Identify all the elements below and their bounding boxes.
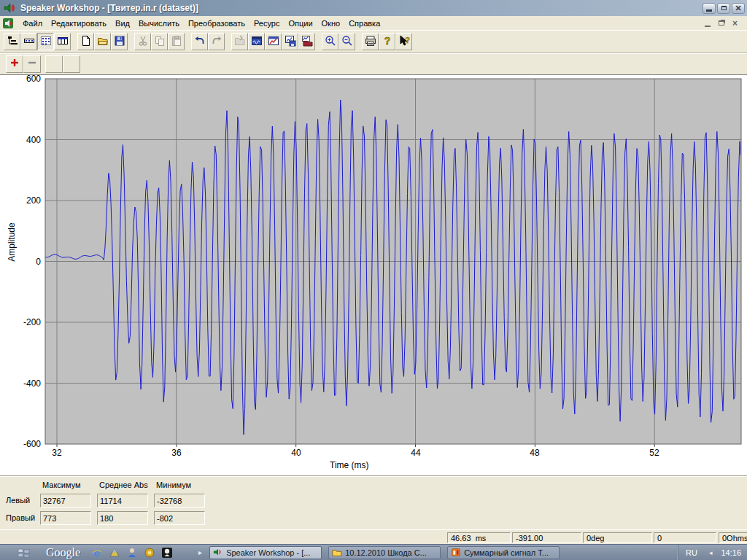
minus-icon: [26, 57, 38, 71]
status-cell: -391.00: [512, 532, 581, 543]
status-cell: 0: [654, 532, 716, 543]
messenger-icon[interactable]: [125, 546, 138, 559]
open-folder-button[interactable]: [94, 33, 111, 50]
stats-value-field[interactable]: 11714: [97, 494, 148, 508]
table-view-icon: [57, 35, 69, 48]
redo-arrow-button[interactable]: [208, 33, 225, 50]
new-document-button[interactable]: [77, 33, 94, 50]
restore-icon: [721, 6, 727, 10]
tree-view-icon: [7, 35, 18, 48]
x-tick-label: 36: [160, 448, 193, 458]
copy-pages-button[interactable]: [151, 33, 168, 50]
minimize-button[interactable]: [703, 3, 716, 14]
speaker-icon: [213, 548, 223, 558]
status-cell: 0deg: [583, 532, 652, 543]
folder-icon: [332, 548, 342, 558]
zoom-in-button[interactable]: [322, 33, 338, 50]
table-view-button[interactable]: [54, 33, 71, 50]
task-buttons: Speaker Workshop - [...10.12.2010 Шкода …: [209, 546, 566, 559]
y-tick-label: 200: [3, 195, 41, 206]
task-button-label: 10.12.2010 Шкода С...: [345, 548, 427, 557]
chevron-expand-icon[interactable]: ▸: [198, 548, 202, 556]
save-floppy-button[interactable]: [111, 33, 128, 50]
winamp-icon[interactable]: [160, 546, 173, 559]
chart-window-icon: [268, 35, 279, 48]
x-tick-label: 40: [280, 448, 312, 458]
toolbar-group-3: [134, 33, 185, 50]
copy-pages-icon: [154, 35, 166, 48]
menu-8[interactable]: Окно: [317, 18, 345, 29]
menu-3[interactable]: Вид: [111, 18, 134, 29]
window-title: Speaker Workshop - [Твитер.in.r (dataset…: [20, 3, 701, 13]
menu-7[interactable]: Опции: [284, 18, 317, 29]
menu-4[interactable]: Вычислить: [134, 18, 184, 29]
blank-button[interactable]: [45, 55, 63, 73]
stats-row-label: Левый: [6, 496, 38, 505]
minus-button[interactable]: [23, 55, 41, 73]
task-button-2[interactable]: 10.12.2010 Шкода С...: [328, 546, 441, 559]
mdi-minimize-icon: [705, 26, 711, 27]
measure-view-button[interactable]: [20, 33, 37, 50]
menu-6[interactable]: Ресурс: [249, 18, 284, 29]
ie-icon[interactable]: e: [90, 546, 103, 559]
y-axis-label: Amplitude: [7, 216, 17, 268]
menu-2[interactable]: Редактировать: [47, 18, 111, 29]
menu-1[interactable]: Файл: [18, 18, 47, 29]
toolbar-group-7: ??: [362, 33, 412, 50]
x-tick-label: 52: [638, 448, 670, 458]
close-button[interactable]: ✕: [732, 3, 745, 14]
badge-icon[interactable]: [143, 546, 155, 559]
stats-value-field[interactable]: 180: [97, 511, 148, 525]
svg-text:?: ?: [384, 35, 390, 47]
chart-folder-icon: [301, 35, 313, 48]
windows-start-button[interactable]: [18, 547, 30, 559]
task-button-1[interactable]: Speaker Workshop - [...: [209, 546, 322, 559]
chart-window-button[interactable]: [265, 33, 282, 50]
language-indicator[interactable]: RU: [686, 548, 697, 557]
context-help-icon: ?: [398, 35, 410, 48]
open-folder-icon: [97, 35, 109, 48]
paste-clipboard-icon: [171, 35, 182, 48]
stats-row-label: Правый: [6, 513, 38, 522]
mdi-window-controls: ×: [700, 18, 747, 28]
waveform-chart[interactable]: 6004002000-200-400-600323640444852 Time …: [0, 74, 747, 475]
restore-button[interactable]: [717, 3, 730, 14]
stats-value-field[interactable]: -32768: [154, 494, 205, 508]
close-icon: ✕: [735, 4, 741, 12]
stats-value-field[interactable]: -802: [154, 511, 205, 525]
google-deskbar-logo[interactable]: Google: [46, 546, 80, 559]
undo-arrow-button[interactable]: [191, 33, 208, 50]
wave-window-button[interactable]: [248, 33, 265, 50]
dots-view-icon: [40, 35, 52, 48]
chart-folder-button[interactable]: [298, 33, 315, 50]
taskbar-clock[interactable]: 14:16: [721, 548, 741, 557]
print-button[interactable]: [362, 33, 379, 50]
zoom-out-button[interactable]: [338, 33, 355, 50]
help-button[interactable]: ?: [379, 33, 395, 50]
task-button-label: Speaker Workshop - [...: [226, 548, 310, 557]
cut-scissors-button[interactable]: [134, 33, 151, 50]
mdi-close-button[interactable]: ×: [729, 18, 741, 28]
context-help-button[interactable]: ?: [395, 33, 412, 50]
dots-view-button[interactable]: [37, 33, 54, 50]
tray-collapse-icon[interactable]: ◂: [709, 549, 713, 556]
stats-value-field[interactable]: 32767: [40, 494, 91, 508]
status-bar: 46.63 ms-391.000deg00Ohms: [0, 529, 747, 544]
stats-column-header: Максимум: [42, 481, 81, 489]
mdi-minimize-button[interactable]: [701, 18, 713, 28]
blank2-button[interactable]: [63, 55, 80, 73]
pyramid-icon[interactable]: [108, 546, 120, 559]
print-icon: [365, 35, 376, 48]
import-folder-button[interactable]: [231, 33, 248, 50]
menu-5[interactable]: Преобразовать: [184, 18, 249, 29]
task-button-3[interactable]: Суммарный сигнал Т...: [447, 546, 560, 559]
chart-save-button[interactable]: [282, 33, 298, 50]
paste-clipboard-button[interactable]: [168, 33, 185, 50]
mdi-restore-button[interactable]: [715, 18, 727, 28]
tree-view-button[interactable]: [4, 33, 20, 50]
task-button-label: Суммарный сигнал Т...: [464, 548, 549, 557]
document-icon[interactable]: [2, 18, 14, 29]
menu-9[interactable]: Справка: [344, 18, 384, 29]
stats-value-field[interactable]: 773: [40, 511, 91, 525]
plus-button[interactable]: [6, 55, 23, 73]
